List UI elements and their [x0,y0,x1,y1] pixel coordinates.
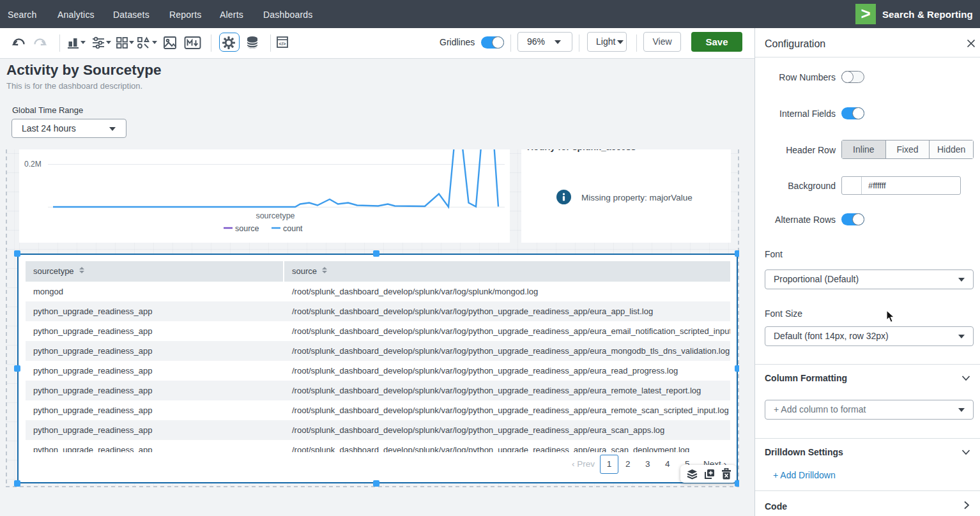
svg-text:sourcetype: sourcetype [256,211,295,220]
svg-text:source: source [235,224,259,233]
svg-text:</>: </> [279,41,286,47]
svg-text:0.2M: 0.2M [24,160,42,169]
svg-text:count: count [283,224,303,233]
